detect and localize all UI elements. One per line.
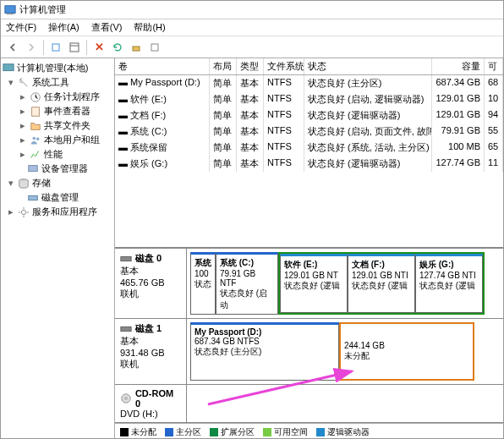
cdrom-row[interactable]: CD-ROM 0 DVD (H:)	[115, 385, 503, 423]
action-button[interactable]	[128, 39, 145, 56]
partition-d[interactable]: My Passport (D:)687.34 GB NTFS状态良好 (主分区)	[190, 322, 339, 381]
tree-diskmgmt[interactable]: 磁盘管理	[3, 190, 112, 205]
disk-graphic-pane: 磁盘 0 基本 465.76 GB 联机 系统100状态 系统 (C:)79.9…	[115, 249, 503, 438]
volume-row[interactable]: ▬ 娱乐 (G:)简单基本NTFS状态良好 (逻辑驱动器)127.74 GB11	[115, 156, 503, 172]
computer-icon	[3, 63, 14, 74]
svg-rect-2	[52, 44, 59, 51]
refresh-button[interactable]	[109, 39, 126, 56]
tree-users[interactable]: ▸本地用户和组	[3, 133, 112, 147]
svg-rect-0	[5, 5, 15, 13]
svg-rect-17	[121, 327, 131, 331]
expand-icon[interactable]: ▸	[18, 149, 27, 160]
col-layout[interactable]: 布局	[210, 58, 237, 74]
users-icon	[30, 134, 41, 146]
svg-point-15	[21, 210, 25, 214]
menu-view[interactable]: 查看(V)	[91, 21, 123, 34]
highlight-green: 软件 (E:)129.01 GB NT状态良好 (逻辑 文档 (F:)129.0…	[278, 252, 485, 315]
expand-icon[interactable]: ▸	[18, 91, 27, 102]
nav-tree: 计算机管理(本地) ▾系统工具 ▸任务计划程序 ▸事件查看器 ▸共享文件夹 ▸本…	[1, 58, 115, 438]
disk-icon	[120, 253, 132, 265]
disk-0-header: 磁盘 0 基本 465.76 GB 联机	[115, 249, 187, 318]
cd-icon	[120, 392, 132, 404]
menu-help[interactable]: 帮助(H)	[134, 21, 165, 34]
menu-action[interactable]: 操作(A)	[48, 21, 79, 34]
svg-point-11	[36, 137, 40, 140]
tree-root[interactable]: 计算机管理(本地)	[3, 61, 112, 75]
back-button[interactable]	[4, 39, 21, 56]
partition-reserved[interactable]: 系统100状态	[190, 252, 216, 315]
disk-icon	[120, 323, 132, 335]
list-header: 卷 布局 类型 文件系统 状态 容量 可	[115, 58, 503, 75]
expand-icon[interactable]: ▸	[6, 206, 15, 217]
legend: 未分配 主分区 扩展分区 可用空间 逻辑驱动器	[115, 423, 503, 438]
col-fs[interactable]: 文件系统	[264, 58, 304, 74]
legend-unalloc: 未分配	[120, 426, 156, 438]
clock-icon	[30, 91, 41, 103]
perf-icon	[30, 149, 41, 161]
col-capacity[interactable]: 容量	[432, 58, 485, 74]
tree-systools[interactable]: ▾系统工具	[3, 75, 112, 90]
menu-bar: 文件(F) 操作(A) 查看(V) 帮助(H)	[1, 19, 503, 36]
volume-row[interactable]: ▬ 软件 (E:)简单基本NTFS状态良好 (启动, 逻辑驱动器)129.01 …	[115, 91, 503, 107]
volume-row[interactable]: ▬ My Passport (D:)简单基本NTFS状态良好 (主分区)687.…	[115, 75, 503, 91]
cdrom-header: CD-ROM 0 DVD (H:)	[115, 385, 187, 422]
disk-1-header: 磁盘 1 基本 931.48 GB 联机	[115, 319, 187, 384]
device-icon	[27, 163, 39, 175]
tree-perf[interactable]: ▸性能	[3, 147, 112, 162]
properties-button[interactable]	[66, 39, 83, 56]
app-icon	[4, 4, 16, 16]
menu-file[interactable]: 文件(F)	[6, 21, 36, 34]
svg-rect-14	[29, 195, 38, 200]
event-icon	[30, 106, 41, 118]
tree-shared[interactable]: ▸共享文件夹	[3, 118, 112, 133]
help-button[interactable]	[146, 39, 163, 56]
svg-rect-1	[7, 14, 14, 14]
svg-point-10	[33, 136, 36, 140]
disk-0-row[interactable]: 磁盘 0 基本 465.76 GB 联机 系统100状态 系统 (C:)79.9…	[115, 249, 503, 319]
forward-button[interactable]	[23, 39, 40, 56]
col-volume[interactable]: 卷	[115, 58, 210, 74]
svg-rect-16	[121, 256, 131, 261]
tree-devmgr[interactable]: 设备管理器	[3, 162, 112, 176]
svg-rect-7	[3, 63, 14, 70]
col-type[interactable]: 类型	[237, 58, 264, 74]
svg-rect-12	[29, 165, 38, 171]
expand-icon[interactable]: ▸	[18, 120, 27, 131]
delete-button[interactable]: ✕	[90, 39, 107, 56]
col-status[interactable]: 状态	[304, 58, 432, 74]
svg-rect-5	[133, 47, 140, 51]
tree-services[interactable]: ▸服务和应用程序	[3, 205, 112, 219]
collapse-icon[interactable]: ▾	[6, 178, 15, 189]
col-avail[interactable]: 可	[485, 58, 503, 74]
legend-primary: 主分区	[165, 426, 201, 438]
folder-icon	[30, 120, 41, 132]
up-button[interactable]	[47, 39, 64, 56]
tree-event[interactable]: ▸事件查看器	[3, 104, 112, 118]
expand-icon[interactable]: ▸	[18, 106, 27, 117]
partition-e[interactable]: 软件 (E:)129.01 GB NT状态良好 (逻辑	[280, 254, 348, 313]
volume-row[interactable]: ▬ 系统 (C:)简单基本NTFS状态良好 (启动, 页面文件, 故障转储, 主…	[115, 123, 503, 140]
legend-logical: 逻辑驱动器	[316, 426, 370, 438]
tree-storage[interactable]: ▾存储	[3, 176, 112, 190]
svg-rect-3	[70, 43, 79, 52]
gear-icon	[18, 206, 30, 218]
partition-f[interactable]: 文档 (F:)129.01 GB NTI状态良好 (逻辑	[348, 254, 415, 313]
title-bar: 计算机管理	[1, 1, 503, 19]
expand-icon[interactable]: ▸	[18, 134, 27, 145]
partition-g[interactable]: 娱乐 (G:)127.74 GB NTI状态良好 (逻辑	[415, 254, 483, 313]
volume-list: 卷 布局 类型 文件系统 状态 容量 可 ▬ My Passport (D:)简…	[115, 58, 503, 249]
svg-point-19	[125, 398, 128, 400]
collapse-icon[interactable]: ▾	[6, 77, 15, 88]
toolbar: ✕	[1, 36, 503, 58]
tree-scheduler[interactable]: ▸任务计划程序	[3, 90, 112, 104]
volume-row[interactable]: ▬ 系统保留简单基本NTFS状态良好 (系统, 活动, 主分区)100 MB65	[115, 140, 503, 156]
partition-unallocated[interactable]: 244.14 GB未分配	[339, 322, 474, 381]
volume-row[interactable]: ▬ 文档 (F:)简单基本NTFS状态良好 (逻辑驱动器)129.01 GB94	[115, 107, 503, 123]
tools-icon	[18, 77, 30, 89]
disk-1-row[interactable]: 磁盘 1 基本 931.48 GB 联机 My Passport (D:)687…	[115, 319, 503, 385]
partition-c[interactable]: 系统 (C:)79.91 GB NTF状态良好 (启动	[216, 252, 278, 315]
disk-icon	[27, 192, 39, 204]
svg-rect-9	[32, 107, 40, 116]
legend-ext: 扩展分区	[210, 426, 255, 438]
storage-icon	[18, 178, 30, 189]
